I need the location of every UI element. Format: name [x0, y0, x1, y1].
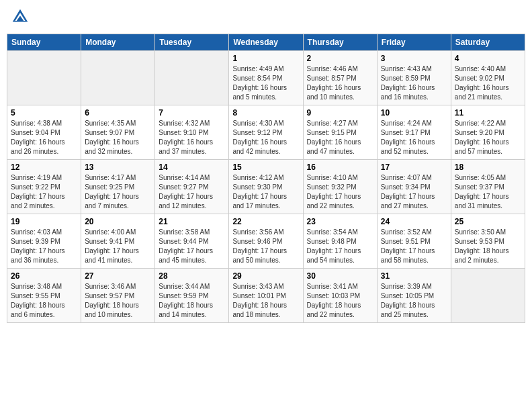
calendar-cell: 7Sunrise: 4:32 AM Sunset: 9:10 PM Daylig… — [155, 105, 229, 160]
calendar-cell: 22Sunrise: 3:56 AM Sunset: 9:46 PM Dayli… — [229, 214, 303, 269]
day-number: 7 — [159, 108, 225, 118]
day-info: Sunrise: 4:10 AM Sunset: 9:32 PM Dayligh… — [307, 173, 373, 211]
weekday-header-wednesday: Wednesday — [229, 34, 303, 51]
day-info: Sunrise: 4:07 AM Sunset: 9:34 PM Dayligh… — [381, 173, 447, 211]
day-info: Sunrise: 4:19 AM Sunset: 9:22 PM Dayligh… — [11, 173, 77, 211]
calendar-cell: 10Sunrise: 4:24 AM Sunset: 9:17 PM Dayli… — [377, 105, 451, 160]
calendar-week-5: 26Sunrise: 3:48 AM Sunset: 9:55 PM Dayli… — [7, 269, 525, 323]
calendar-cell: 6Sunrise: 4:35 AM Sunset: 9:07 PM Daylig… — [81, 105, 155, 160]
day-number: 26 — [11, 271, 77, 281]
day-number: 14 — [159, 163, 225, 172]
day-number: 21 — [159, 217, 225, 226]
day-number: 8 — [232, 108, 299, 118]
day-number: 4 — [455, 54, 521, 63]
day-info: Sunrise: 3:50 AM Sunset: 9:53 PM Dayligh… — [455, 228, 521, 265]
calendar-cell: 31Sunrise: 3:39 AM Sunset: 10:05 PM Dayl… — [377, 269, 451, 323]
day-info: Sunrise: 4:43 AM Sunset: 8:59 PM Dayligh… — [381, 64, 447, 102]
calendar-cell: 4Sunrise: 4:40 AM Sunset: 9:02 PM Daylig… — [451, 51, 525, 105]
weekday-header-sunday: Sunday — [7, 34, 81, 51]
day-number: 20 — [85, 217, 151, 226]
calendar-cell: 15Sunrise: 4:12 AM Sunset: 9:30 PM Dayli… — [229, 160, 303, 214]
calendar-cell: 21Sunrise: 3:58 AM Sunset: 9:44 PM Dayli… — [155, 214, 229, 269]
day-number: 25 — [455, 217, 521, 226]
day-number: 18 — [455, 163, 521, 172]
day-number: 23 — [307, 217, 373, 226]
calendar-cell: 26Sunrise: 3:48 AM Sunset: 9:55 PM Dayli… — [7, 269, 81, 323]
day-number: 9 — [307, 108, 373, 118]
day-info: Sunrise: 4:17 AM Sunset: 9:25 PM Dayligh… — [85, 173, 151, 211]
day-number: 1 — [232, 54, 299, 63]
calendar-cell: 20Sunrise: 4:00 AM Sunset: 9:41 PM Dayli… — [81, 214, 155, 269]
day-info: Sunrise: 3:58 AM Sunset: 9:44 PM Dayligh… — [159, 228, 225, 265]
calendar-cell: 19Sunrise: 4:03 AM Sunset: 9:39 PM Dayli… — [7, 214, 81, 269]
day-number: 2 — [307, 54, 373, 63]
day-number: 24 — [381, 217, 447, 226]
day-info: Sunrise: 4:00 AM Sunset: 9:41 PM Dayligh… — [85, 228, 151, 265]
day-info: Sunrise: 4:30 AM Sunset: 9:12 PM Dayligh… — [232, 119, 299, 156]
day-info: Sunrise: 3:56 AM Sunset: 9:46 PM Dayligh… — [232, 228, 299, 265]
calendar-table: SundayMondayTuesdayWednesdayThursdayFrid… — [7, 34, 525, 323]
day-info: Sunrise: 3:52 AM Sunset: 9:51 PM Dayligh… — [381, 228, 447, 265]
calendar-cell: 18Sunrise: 4:05 AM Sunset: 9:37 PM Dayli… — [451, 160, 525, 214]
day-info: Sunrise: 4:46 AM Sunset: 8:57 PM Dayligh… — [307, 64, 373, 102]
calendar-cell: 3Sunrise: 4:43 AM Sunset: 8:59 PM Daylig… — [377, 51, 451, 105]
day-info: Sunrise: 4:14 AM Sunset: 9:27 PM Dayligh… — [159, 173, 225, 211]
day-number: 15 — [232, 163, 299, 172]
calendar-cell: 11Sunrise: 4:22 AM Sunset: 9:20 PM Dayli… — [451, 105, 525, 160]
calendar-week-3: 12Sunrise: 4:19 AM Sunset: 9:22 PM Dayli… — [7, 160, 525, 214]
calendar-cell: 5Sunrise: 4:38 AM Sunset: 9:04 PM Daylig… — [7, 105, 81, 160]
day-number: 28 — [159, 271, 225, 281]
calendar-cell: 16Sunrise: 4:10 AM Sunset: 9:32 PM Dayli… — [303, 160, 377, 214]
calendar-cell: 2Sunrise: 4:46 AM Sunset: 8:57 PM Daylig… — [303, 51, 377, 105]
weekday-header-tuesday: Tuesday — [155, 34, 229, 51]
day-number: 31 — [381, 271, 447, 281]
day-number: 17 — [381, 163, 447, 172]
calendar-cell: 12Sunrise: 4:19 AM Sunset: 9:22 PM Dayli… — [7, 160, 81, 214]
weekday-header-monday: Monday — [81, 34, 155, 51]
calendar-cell: 30Sunrise: 3:41 AM Sunset: 10:03 PM Dayl… — [303, 269, 377, 323]
day-info: Sunrise: 3:54 AM Sunset: 9:48 PM Dayligh… — [307, 228, 373, 265]
calendar-cell: 25Sunrise: 3:50 AM Sunset: 9:53 PM Dayli… — [451, 214, 525, 269]
day-info: Sunrise: 3:39 AM Sunset: 10:05 PM Daylig… — [381, 282, 447, 320]
day-number: 29 — [232, 271, 299, 281]
day-info: Sunrise: 4:49 AM Sunset: 8:54 PM Dayligh… — [232, 64, 299, 102]
day-info: Sunrise: 4:05 AM Sunset: 9:37 PM Dayligh… — [455, 173, 521, 211]
day-number: 10 — [381, 108, 447, 118]
weekday-header-friday: Friday — [377, 34, 451, 51]
logo — [10, 7, 33, 27]
day-info: Sunrise: 4:32 AM Sunset: 9:10 PM Dayligh… — [159, 119, 225, 156]
day-number: 19 — [11, 217, 77, 226]
day-info: Sunrise: 4:40 AM Sunset: 9:02 PM Dayligh… — [455, 64, 521, 102]
day-info: Sunrise: 4:22 AM Sunset: 9:20 PM Dayligh… — [455, 119, 521, 156]
weekday-header-thursday: Thursday — [303, 34, 377, 51]
calendar-cell — [81, 51, 155, 105]
calendar-week-1: 1Sunrise: 4:49 AM Sunset: 8:54 PM Daylig… — [7, 51, 525, 105]
page-header — [7, 7, 525, 27]
calendar-week-4: 19Sunrise: 4:03 AM Sunset: 9:39 PM Dayli… — [7, 214, 525, 269]
day-info: Sunrise: 3:46 AM Sunset: 9:57 PM Dayligh… — [85, 282, 151, 320]
logo-icon — [10, 7, 30, 27]
day-info: Sunrise: 4:27 AM Sunset: 9:15 PM Dayligh… — [307, 119, 373, 156]
day-info: Sunrise: 3:43 AM Sunset: 10:01 PM Daylig… — [232, 282, 299, 320]
day-number: 27 — [85, 271, 151, 281]
day-number: 13 — [85, 163, 151, 172]
calendar-week-2: 5Sunrise: 4:38 AM Sunset: 9:04 PM Daylig… — [7, 105, 525, 160]
calendar-cell: 23Sunrise: 3:54 AM Sunset: 9:48 PM Dayli… — [303, 214, 377, 269]
day-number: 5 — [11, 108, 77, 118]
day-info: Sunrise: 3:41 AM Sunset: 10:03 PM Daylig… — [307, 282, 373, 320]
calendar-cell: 27Sunrise: 3:46 AM Sunset: 9:57 PM Dayli… — [81, 269, 155, 323]
calendar-cell: 29Sunrise: 3:43 AM Sunset: 10:01 PM Dayl… — [229, 269, 303, 323]
day-info: Sunrise: 4:24 AM Sunset: 9:17 PM Dayligh… — [381, 119, 447, 156]
calendar-cell: 1Sunrise: 4:49 AM Sunset: 8:54 PM Daylig… — [229, 51, 303, 105]
calendar-cell: 17Sunrise: 4:07 AM Sunset: 9:34 PM Dayli… — [377, 160, 451, 214]
calendar-header-row: SundayMondayTuesdayWednesdayThursdayFrid… — [7, 34, 525, 51]
day-number: 16 — [307, 163, 373, 172]
day-number: 30 — [307, 271, 373, 281]
calendar-cell: 9Sunrise: 4:27 AM Sunset: 9:15 PM Daylig… — [303, 105, 377, 160]
day-info: Sunrise: 4:03 AM Sunset: 9:39 PM Dayligh… — [11, 228, 77, 265]
calendar-cell: 13Sunrise: 4:17 AM Sunset: 9:25 PM Dayli… — [81, 160, 155, 214]
calendar-cell: 14Sunrise: 4:14 AM Sunset: 9:27 PM Dayli… — [155, 160, 229, 214]
calendar-cell: 28Sunrise: 3:44 AM Sunset: 9:59 PM Dayli… — [155, 269, 229, 323]
day-number: 22 — [232, 217, 299, 226]
day-number: 12 — [11, 163, 77, 172]
